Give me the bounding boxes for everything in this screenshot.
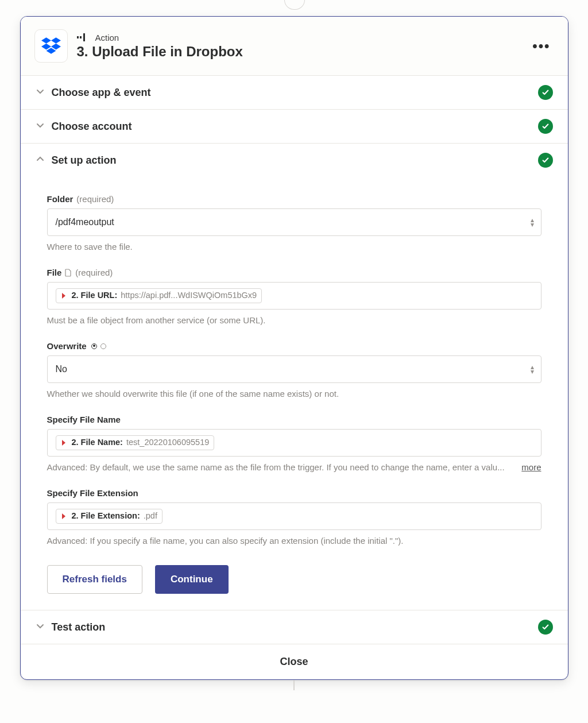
chevron-down-icon — [36, 621, 45, 633]
section-test-action[interactable]: Test action — [21, 610, 568, 644]
overwrite-value: No — [56, 364, 67, 374]
step-card: Action 3. Upload File in Dropbox ••• Cho… — [20, 16, 568, 680]
chevron-down-icon — [36, 87, 45, 98]
pdf4me-source-icon — [59, 291, 68, 300]
pill-label: 2. File Extension: — [72, 511, 140, 521]
section-set-up-action[interactable]: Set up action — [21, 144, 568, 177]
folder-select[interactable]: /pdf4meoutput ▴▾ — [47, 208, 541, 236]
file-type-icon — [65, 269, 72, 277]
pill-label: 2. File URL: — [72, 291, 118, 300]
folder-value: /pdf4meoutput — [56, 217, 114, 227]
file-name-input[interactable]: 2. File Name: test_20220106095519 — [47, 429, 541, 457]
step-kicker: Action — [95, 33, 119, 42]
pdf4me-source-icon — [59, 438, 68, 447]
select-updown-icon: ▴▾ — [531, 365, 534, 374]
overwrite-select[interactable]: No ▴▾ — [47, 355, 541, 383]
step-kicker-row: Action — [77, 33, 529, 42]
field-help: Whether we should overwrite this file (i… — [47, 389, 541, 399]
status-complete-icon — [538, 153, 553, 168]
pdf4me-source-icon — [59, 512, 68, 521]
section-title: Choose app & event — [52, 87, 531, 99]
step-more-menu-button[interactable]: ••• — [529, 36, 554, 56]
field-file-name: Specify File Name 2. File Name: test_202… — [47, 415, 541, 472]
field-overwrite: Overwrite No ▴▾ Whether we should overwr… — [47, 341, 541, 399]
field-required: (required) — [76, 194, 114, 204]
section-title: Choose account — [52, 121, 531, 133]
section-choose-account[interactable]: Choose account — [21, 110, 568, 144]
field-help: Advanced: By default, we use the same na… — [47, 462, 505, 472]
select-updown-icon: ▴▾ — [531, 218, 534, 227]
status-complete-icon — [538, 85, 553, 100]
pill-label: 2. File Name: — [72, 438, 123, 447]
field-help: Must be a file object from another servi… — [47, 315, 541, 325]
help-more-link[interactable]: more — [521, 462, 541, 472]
continue-button[interactable]: Continue — [155, 565, 229, 594]
dropbox-logo-icon — [41, 37, 61, 55]
field-label: Overwrite — [47, 341, 87, 351]
field-required: (required) — [75, 268, 113, 277]
section-choose-app-event[interactable]: Choose app & event — [21, 76, 568, 110]
field-label: Specify File Name — [47, 415, 121, 424]
close-button[interactable]: Close — [21, 644, 568, 679]
boolean-field-icon — [91, 343, 106, 349]
svg-rect-1 — [80, 36, 82, 38]
mapped-value-pill[interactable]: 2. File Extension: .pdf — [56, 509, 163, 523]
field-label: File — [47, 268, 62, 277]
pill-value: test_20220106095519 — [126, 438, 209, 447]
chevron-down-icon — [36, 121, 45, 132]
chevron-up-icon — [36, 154, 45, 166]
field-help: Advanced: If you specify a file name, yo… — [47, 536, 541, 546]
status-complete-icon — [538, 119, 553, 134]
field-label: Folder — [47, 194, 74, 204]
setup-action-form: Folder (required) /pdf4meoutput ▴▾ Where… — [21, 177, 568, 610]
flow-connector-bottom — [293, 680, 295, 690]
field-label: Specify File Extension — [47, 488, 138, 498]
field-file-extension: Specify File Extension 2. File Extension… — [47, 488, 541, 546]
refresh-fields-button[interactable]: Refresh fields — [47, 565, 142, 594]
section-title: Set up action — [52, 154, 531, 167]
pill-value: https://api.pdf...WdISWQiOm51bGx9 — [121, 291, 257, 300]
file-input[interactable]: 2. File URL: https://api.pdf...WdISWQiOm… — [47, 282, 541, 310]
pill-value: .pdf — [144, 511, 157, 521]
file-extension-input[interactable]: 2. File Extension: .pdf — [47, 502, 541, 530]
step-title: 3. Upload File in Dropbox — [77, 44, 529, 60]
step-header: Action 3. Upload File in Dropbox ••• — [21, 17, 568, 76]
mapped-value-pill[interactable]: 2. File URL: https://api.pdf...WdISWQiOm… — [56, 288, 262, 303]
action-step-icon — [77, 33, 91, 42]
section-title: Test action — [52, 621, 531, 633]
svg-rect-0 — [77, 36, 79, 38]
field-file: File (required) 2. File URL: https://api… — [47, 268, 541, 325]
status-complete-icon — [538, 620, 553, 635]
dropbox-app-icon — [34, 29, 68, 63]
mapped-value-pill[interactable]: 2. File Name: test_20220106095519 — [56, 435, 215, 450]
field-folder: Folder (required) /pdf4meoutput ▴▾ Where… — [47, 194, 541, 252]
field-help: Where to save the file. — [47, 242, 541, 252]
flow-connector-top — [284, 0, 304, 11]
svg-rect-2 — [83, 33, 85, 41]
